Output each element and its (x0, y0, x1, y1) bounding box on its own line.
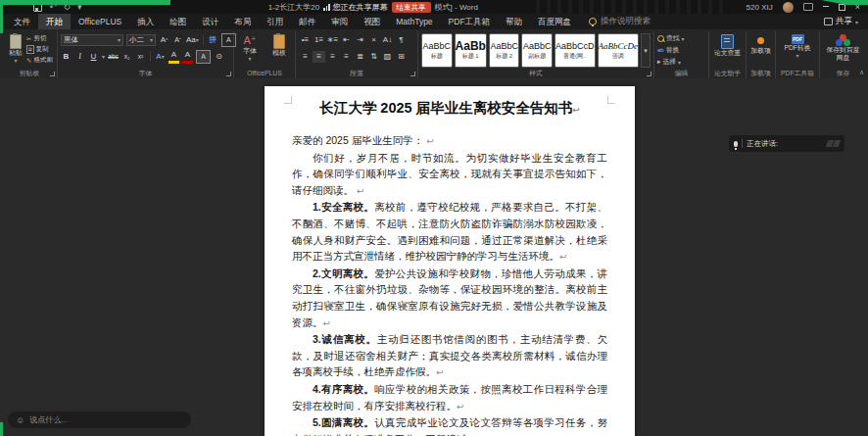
change-case-button[interactable]: Aa▾ (186, 34, 199, 46)
minimize-button[interactable] (823, 6, 829, 7)
chevron-down-icon: ▾ (248, 55, 251, 63)
dialog-launcher-icon[interactable] (410, 72, 415, 76)
officeplus-template-button[interactable]: 模板 (267, 32, 291, 57)
chevron-down-icon: ▾ (118, 36, 121, 43)
numbering-button[interactable]: 1≡ (313, 34, 325, 46)
increase-indent-button[interactable]: ⇥ (354, 34, 366, 46)
styles-more-button[interactable]: ▾ (641, 33, 651, 68)
save-to-netdisk-button[interactable]: 保存到百度网盘 (824, 32, 863, 62)
officeplus-template-label: 模板 (272, 49, 286, 57)
tab-draw[interactable]: 绘图 (162, 14, 194, 29)
align-right-button[interactable]: ≡ (326, 51, 339, 63)
style-item-heading2[interactable]: AaBbC 标题 2 (489, 33, 520, 68)
format-painter-button[interactable]: ✎格式刷 (26, 56, 53, 65)
shrink-font-button[interactable]: Aˇ (172, 34, 183, 46)
italic-button[interactable]: I (74, 51, 85, 63)
style-item-emphasis[interactable]: AaBbCcDe 强调 (598, 33, 640, 68)
find-button[interactable]: 查找▾ (657, 33, 685, 43)
pdf-icon: PDF (792, 34, 804, 44)
pdf-convert-button[interactable]: PDF PDF转换 ▾ (779, 32, 816, 60)
superscript-button[interactable]: x² (135, 51, 146, 63)
line-spacing-button[interactable]: ⇅ (367, 51, 380, 63)
subscript-button[interactable]: x₂ (121, 51, 132, 63)
tab-layout[interactable]: 布局 (226, 14, 259, 29)
tell-me-search[interactable]: 操作说明搜索 (589, 16, 651, 27)
enclose-characters-button[interactable]: ⊙ (214, 51, 224, 63)
tab-baidu-netdisk[interactable]: 百度网盘 (530, 14, 579, 29)
select-button[interactable]: ▸选择▾ (657, 57, 685, 67)
share-button[interactable]: 共享 ▾ (824, 16, 858, 27)
group-label-font: 字体 (61, 69, 230, 78)
distribute-button[interactable]: ≣ (354, 51, 366, 63)
style-item-heading1[interactable]: AaBb 标题 1 (455, 33, 487, 68)
tab-review[interactable]: 审阅 (323, 14, 356, 29)
highlight-button[interactable]: A (169, 49, 179, 64)
replace-button[interactable]: ab替换 (657, 45, 685, 55)
tab-references[interactable]: 引用 (259, 14, 291, 29)
grow-font-button[interactable]: A^ (159, 34, 169, 46)
style-item-subtitle[interactable]: AaBbC 副标题 (521, 33, 553, 68)
bullets-button[interactable]: •≡ (299, 34, 312, 46)
underline-button[interactable]: U (88, 51, 99, 63)
tab-view[interactable]: 视图 (356, 14, 388, 29)
borders-button[interactable]: ⊞ (395, 51, 408, 63)
screen-share-border-bottom-left (0, 422, 3, 436)
align-left-button[interactable]: ≡ (299, 51, 312, 63)
restore-button[interactable] (839, 4, 845, 11)
justify-button[interactable]: ≡ (340, 51, 353, 63)
officeplus-font-button[interactable]: A⁺ 字体 ▾ (238, 32, 262, 63)
paper-check-button[interactable]: 论文查重 (712, 32, 743, 57)
tab-mailings[interactable]: 邮件 (291, 14, 323, 29)
shading-button[interactable]: ▨ (381, 51, 394, 63)
document-canvas[interactable]: 长江大学 2025 届毕业生离校安全告知书↩ 亲爱的 2025 届毕业生同学： … (0, 76, 868, 436)
align-center-button[interactable]: ≡ (313, 51, 325, 63)
multilevel-list-button[interactable]: ∗≡ (326, 34, 339, 46)
group-styles: AaBbC 标题 AaBb 标题 1 AaBbC 标题 2 AaBbC 副标题 … (418, 31, 654, 78)
dialog-launcher-icon[interactable] (226, 72, 231, 76)
tab-insert[interactable]: 插入 (129, 14, 162, 29)
asian-layout-button[interactable]: × (367, 34, 380, 46)
font-size-combo[interactable]: 小二 ▾ (126, 34, 156, 46)
collapse-ribbon-icon[interactable]: ∧ (859, 69, 864, 76)
addins-button[interactable]: 加载项 (750, 32, 772, 55)
tab-help[interactable]: 帮助 (498, 14, 530, 29)
tab-file[interactable]: 文件 (6, 14, 38, 29)
pilcrow-mark: ↩ (323, 318, 331, 328)
pdf-convert-label: PDF转换 (784, 44, 810, 52)
chevron-down-icon[interactable]: ▾ (102, 53, 105, 60)
officeplus-font-label: 字体 (243, 47, 257, 55)
paste-button[interactable]: 粘贴 ▾ (5, 32, 26, 65)
tab-officeplus[interactable]: OfficePLUS (71, 14, 129, 29)
style-item-normal-web[interactable]: AaBbCcD 普通(网.. (555, 33, 596, 68)
tab-home[interactable]: 开始 (38, 14, 71, 29)
phonetic-guide-button[interactable]: 拼 (208, 34, 218, 46)
show-paragraph-marks-button[interactable]: ¶ (395, 34, 408, 46)
pilcrow-mark: ↩ (357, 186, 364, 196)
tab-mathtype[interactable]: MathType (388, 14, 440, 29)
body-paragraph: 亲爱的 2025 届毕业生同学： ↩ (292, 132, 607, 150)
tab-pdf-toolbox[interactable]: PDF工具箱 (441, 14, 499, 29)
character-shading-button[interactable]: A (196, 50, 211, 64)
dialog-launcher-icon[interactable] (50, 72, 55, 76)
style-item-title[interactable]: AaBbC 标题 (421, 33, 453, 68)
dialog-launcher-icon[interactable] (647, 72, 651, 76)
decrease-indent-button[interactable]: ⇤ (340, 34, 353, 46)
strikethrough-button[interactable]: abc (108, 51, 119, 63)
sort-button[interactable]: A↓ (381, 34, 394, 46)
ribbon-display-options-icon[interactable] (803, 3, 813, 11)
font-color-button[interactable]: A (182, 49, 193, 64)
text-effects-button[interactable]: A▾ (155, 51, 166, 63)
cut-button[interactable]: ✂剪切 (26, 34, 53, 43)
bold-button[interactable]: B (61, 51, 72, 63)
copy-button[interactable]: ⧉复制 (26, 45, 53, 54)
tell-me-label: 操作说明搜索 (601, 16, 651, 27)
end-share-button[interactable]: 结束共享 (392, 2, 431, 13)
body-paragraph: 4.有序离校。响应学校的相关政策，按照离校工作日程科学合理安排在校时间，有序安排… (292, 381, 607, 414)
ribbon: 粘贴 ▾ ✂剪切 ⧉复制 ✎格式刷 剪贴板 黑体 ▾ 小二 ▾ (0, 29, 868, 78)
document-page[interactable]: 长江大学 2025 届毕业生离校安全告知书↩ 亲爱的 2025 届毕业生同学： … (265, 86, 635, 436)
tab-design[interactable]: 设计 (194, 14, 226, 29)
emoji-icon[interactable]: ☺ (16, 415, 24, 425)
avatar[interactable] (783, 2, 794, 13)
chat-input[interactable]: ☺ 说点什么... (8, 412, 191, 428)
font-family-combo[interactable]: 黑体 ▾ (61, 34, 123, 46)
